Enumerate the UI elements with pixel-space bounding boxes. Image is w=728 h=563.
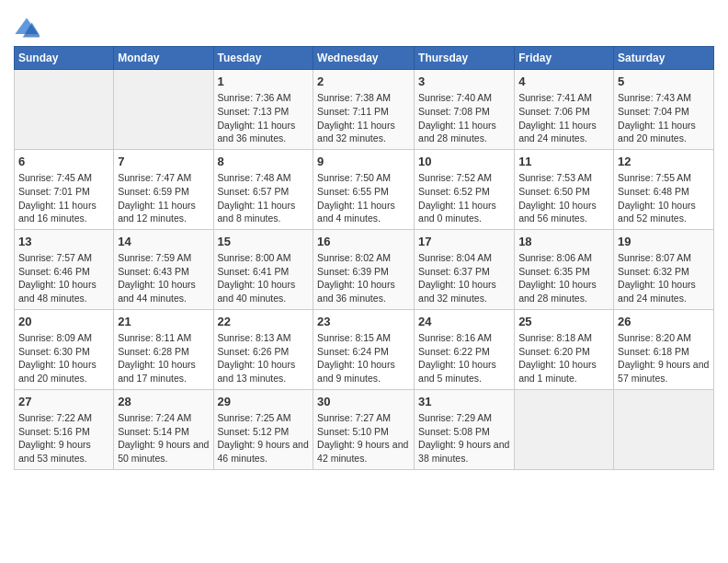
calendar-cell: 30Sunrise: 7:27 AMSunset: 5:10 PMDayligh… [313, 389, 415, 469]
calendar-cell: 25Sunrise: 8:18 AMSunset: 6:20 PMDayligh… [515, 309, 614, 389]
calendar-cell [15, 70, 114, 150]
day-info: Sunrise: 7:57 AMSunset: 6:46 PMDaylight:… [18, 251, 109, 305]
day-info: Sunrise: 8:16 AMSunset: 6:22 PMDaylight:… [418, 331, 510, 385]
day-info: Sunrise: 7:29 AMSunset: 5:08 PMDaylight:… [418, 411, 510, 465]
day-number: 27 [18, 394, 109, 410]
day-number: 4 [518, 74, 609, 90]
calendar-cell: 19Sunrise: 8:07 AMSunset: 6:32 PMDayligh… [614, 229, 714, 309]
day-number: 25 [518, 314, 609, 330]
calendar-cell: 6Sunrise: 7:45 AMSunset: 7:01 PMDaylight… [15, 149, 114, 229]
calendar-cell: 15Sunrise: 8:00 AMSunset: 6:41 PMDayligh… [213, 229, 313, 309]
calendar-cell: 14Sunrise: 7:59 AMSunset: 6:43 PMDayligh… [114, 229, 213, 309]
day-info: Sunrise: 8:13 AMSunset: 6:26 PMDaylight:… [218, 331, 310, 385]
day-number: 20 [18, 314, 109, 330]
day-number: 16 [317, 234, 410, 250]
day-number: 15 [218, 234, 310, 250]
day-number: 26 [618, 314, 710, 330]
calendar-cell: 12Sunrise: 7:55 AMSunset: 6:48 PMDayligh… [614, 149, 714, 229]
calendar-cell: 1Sunrise: 7:36 AMSunset: 7:13 PMDaylight… [213, 70, 313, 150]
logo-icon [14, 15, 40, 40]
day-info: Sunrise: 7:53 AMSunset: 6:50 PMDaylight:… [518, 171, 609, 225]
day-number: 28 [118, 394, 209, 410]
day-number: 6 [18, 154, 109, 170]
calendar-week-3: 13Sunrise: 7:57 AMSunset: 6:46 PMDayligh… [15, 229, 714, 309]
day-info: Sunrise: 8:18 AMSunset: 6:20 PMDaylight:… [518, 331, 609, 385]
day-number: 30 [317, 394, 410, 410]
day-info: Sunrise: 7:55 AMSunset: 6:48 PMDaylight:… [618, 171, 710, 225]
calendar-cell: 13Sunrise: 7:57 AMSunset: 6:46 PMDayligh… [15, 229, 114, 309]
calendar-cell: 4Sunrise: 7:41 AMSunset: 7:06 PMDaylight… [515, 70, 614, 150]
day-number: 9 [317, 154, 410, 170]
day-number: 7 [118, 154, 209, 170]
day-info: Sunrise: 8:00 AMSunset: 6:41 PMDaylight:… [218, 251, 310, 305]
day-info: Sunrise: 7:24 AMSunset: 5:14 PMDaylight:… [118, 411, 209, 465]
day-info: Sunrise: 7:22 AMSunset: 5:16 PMDaylight:… [18, 411, 109, 465]
calendar-cell: 11Sunrise: 7:53 AMSunset: 6:50 PMDayligh… [515, 149, 614, 229]
calendar-cell: 5Sunrise: 7:43 AMSunset: 7:04 PMDaylight… [614, 70, 714, 150]
day-info: Sunrise: 7:43 AMSunset: 7:04 PMDaylight:… [618, 91, 710, 145]
calendar-week-4: 20Sunrise: 8:09 AMSunset: 6:30 PMDayligh… [15, 309, 714, 389]
day-number: 14 [118, 234, 209, 250]
day-info: Sunrise: 7:25 AMSunset: 5:12 PMDaylight:… [218, 411, 310, 465]
calendar-week-2: 6Sunrise: 7:45 AMSunset: 7:01 PMDaylight… [15, 149, 714, 229]
day-number: 5 [618, 74, 710, 90]
day-number: 23 [317, 314, 410, 330]
day-number: 21 [118, 314, 209, 330]
day-info: Sunrise: 7:52 AMSunset: 6:52 PMDaylight:… [418, 171, 510, 225]
day-info: Sunrise: 7:36 AMSunset: 7:13 PMDaylight:… [218, 91, 310, 145]
day-info: Sunrise: 7:47 AMSunset: 6:59 PMDaylight:… [118, 171, 209, 225]
calendar-cell [614, 389, 714, 469]
calendar-table: SundayMondayTuesdayWednesdayThursdayFrid… [14, 46, 714, 470]
calendar-cell: 8Sunrise: 7:48 AMSunset: 6:57 PMDaylight… [213, 149, 313, 229]
calendar-header-row: SundayMondayTuesdayWednesdayThursdayFrid… [15, 47, 714, 70]
day-info: Sunrise: 8:06 AMSunset: 6:35 PMDaylight:… [518, 251, 609, 305]
header-monday: Monday [114, 47, 213, 70]
day-info: Sunrise: 7:41 AMSunset: 7:06 PMDaylight:… [518, 91, 609, 145]
day-number: 17 [418, 234, 510, 250]
day-info: Sunrise: 7:48 AMSunset: 6:57 PMDaylight:… [218, 171, 310, 225]
day-number: 18 [518, 234, 609, 250]
day-number: 2 [317, 74, 410, 90]
calendar-cell: 10Sunrise: 7:52 AMSunset: 6:52 PMDayligh… [415, 149, 515, 229]
header-thursday: Thursday [415, 47, 515, 70]
logo [14, 15, 42, 40]
day-number: 13 [18, 234, 109, 250]
calendar-cell: 3Sunrise: 7:40 AMSunset: 7:08 PMDaylight… [415, 70, 515, 150]
day-number: 3 [418, 74, 510, 90]
day-number: 19 [618, 234, 710, 250]
calendar-cell: 24Sunrise: 8:16 AMSunset: 6:22 PMDayligh… [415, 309, 515, 389]
calendar-cell: 27Sunrise: 7:22 AMSunset: 5:16 PMDayligh… [15, 389, 114, 469]
header-wednesday: Wednesday [313, 47, 415, 70]
day-info: Sunrise: 7:27 AMSunset: 5:10 PMDaylight:… [317, 411, 410, 465]
day-number: 1 [218, 74, 310, 90]
calendar-cell: 17Sunrise: 8:04 AMSunset: 6:37 PMDayligh… [415, 229, 515, 309]
calendar-cell: 2Sunrise: 7:38 AMSunset: 7:11 PMDaylight… [313, 70, 415, 150]
header-tuesday: Tuesday [213, 47, 313, 70]
calendar-cell: 26Sunrise: 8:20 AMSunset: 6:18 PMDayligh… [614, 309, 714, 389]
day-info: Sunrise: 8:09 AMSunset: 6:30 PMDaylight:… [18, 331, 109, 385]
day-number: 11 [518, 154, 609, 170]
calendar-cell: 31Sunrise: 7:29 AMSunset: 5:08 PMDayligh… [415, 389, 515, 469]
header-saturday: Saturday [614, 47, 714, 70]
calendar-cell: 7Sunrise: 7:47 AMSunset: 6:59 PMDaylight… [114, 149, 213, 229]
day-info: Sunrise: 7:45 AMSunset: 7:01 PMDaylight:… [18, 171, 109, 225]
day-info: Sunrise: 8:15 AMSunset: 6:24 PMDaylight:… [317, 331, 410, 385]
calendar-week-5: 27Sunrise: 7:22 AMSunset: 5:16 PMDayligh… [15, 389, 714, 469]
day-number: 8 [218, 154, 310, 170]
calendar-cell: 20Sunrise: 8:09 AMSunset: 6:30 PMDayligh… [15, 309, 114, 389]
day-number: 31 [418, 394, 510, 410]
day-info: Sunrise: 8:04 AMSunset: 6:37 PMDaylight:… [418, 251, 510, 305]
calendar-cell [515, 389, 614, 469]
day-info: Sunrise: 8:07 AMSunset: 6:32 PMDaylight:… [618, 251, 710, 305]
day-info: Sunrise: 7:38 AMSunset: 7:11 PMDaylight:… [317, 91, 410, 145]
calendar-week-1: 1Sunrise: 7:36 AMSunset: 7:13 PMDaylight… [15, 70, 714, 150]
calendar-cell: 28Sunrise: 7:24 AMSunset: 5:14 PMDayligh… [114, 389, 213, 469]
day-info: Sunrise: 7:50 AMSunset: 6:55 PMDaylight:… [317, 171, 410, 225]
calendar-cell: 9Sunrise: 7:50 AMSunset: 6:55 PMDaylight… [313, 149, 415, 229]
day-info: Sunrise: 8:20 AMSunset: 6:18 PMDaylight:… [618, 331, 710, 385]
calendar-cell: 23Sunrise: 8:15 AMSunset: 6:24 PMDayligh… [313, 309, 415, 389]
day-number: 10 [418, 154, 510, 170]
calendar-cell: 16Sunrise: 8:02 AMSunset: 6:39 PMDayligh… [313, 229, 415, 309]
calendar-cell: 21Sunrise: 8:11 AMSunset: 6:28 PMDayligh… [114, 309, 213, 389]
day-info: Sunrise: 7:59 AMSunset: 6:43 PMDaylight:… [118, 251, 209, 305]
